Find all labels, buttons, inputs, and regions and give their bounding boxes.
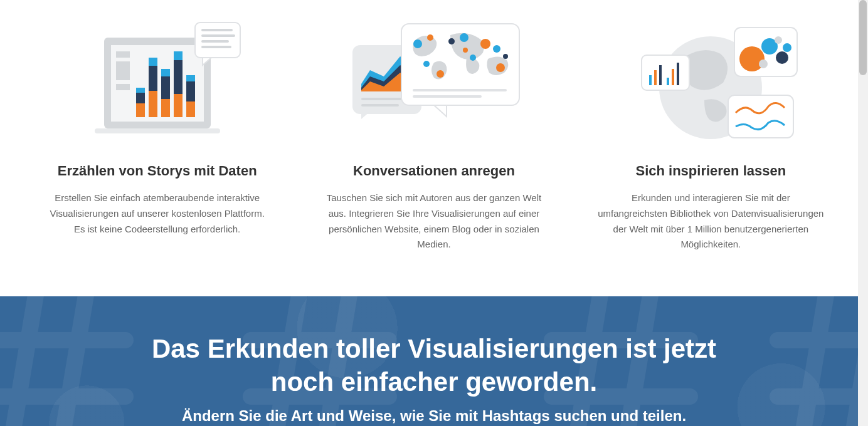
svg-rect-6 bbox=[136, 103, 145, 117]
features-row: Erzählen von Storys mit Daten Erstellen … bbox=[0, 0, 868, 296]
svg-rect-23 bbox=[201, 34, 235, 37]
svg-rect-0 bbox=[95, 128, 220, 133]
svg-point-41 bbox=[463, 48, 468, 53]
svg-rect-12 bbox=[161, 99, 170, 117]
feature-card-conversations: Konversationen anregen Tauschen Sie sich… bbox=[314, 19, 553, 252]
svg-point-39 bbox=[496, 63, 505, 72]
svg-rect-59 bbox=[728, 95, 793, 138]
illustration-globe-analytics bbox=[591, 19, 830, 144]
svg-rect-4 bbox=[116, 61, 130, 80]
svg-point-31 bbox=[427, 34, 433, 41]
svg-point-38 bbox=[493, 45, 500, 53]
svg-point-35 bbox=[460, 33, 468, 42]
svg-rect-5 bbox=[116, 84, 130, 90]
feature-title: Erzählen von Storys mit Daten bbox=[38, 163, 277, 179]
svg-rect-3 bbox=[116, 51, 130, 58]
svg-rect-10 bbox=[149, 66, 157, 91]
svg-point-30 bbox=[413, 39, 422, 48]
svg-rect-25 bbox=[201, 46, 231, 48]
scrollbar-thumb[interactable] bbox=[859, 0, 867, 75]
feature-card-storytelling: Erzählen von Storys mit Daten Erstellen … bbox=[38, 19, 277, 252]
svg-point-37 bbox=[480, 39, 490, 49]
svg-rect-47 bbox=[654, 70, 657, 85]
hashtag-banner: Das Erkunden toller Visualisierungen ist… bbox=[0, 296, 868, 426]
svg-rect-43 bbox=[413, 95, 482, 98]
svg-point-58 bbox=[783, 43, 791, 52]
svg-rect-11 bbox=[149, 58, 157, 66]
feature-title: Konversationen anregen bbox=[314, 163, 553, 179]
svg-point-55 bbox=[776, 51, 788, 64]
svg-point-36 bbox=[470, 55, 476, 61]
banner-title: Das Erkunden toller Visualisierungen ist… bbox=[120, 333, 748, 398]
svg-point-33 bbox=[437, 70, 444, 78]
svg-rect-20 bbox=[186, 75, 195, 81]
svg-rect-42 bbox=[413, 89, 507, 91]
svg-rect-22 bbox=[201, 29, 233, 31]
svg-rect-48 bbox=[659, 65, 662, 85]
svg-rect-49 bbox=[667, 78, 669, 85]
svg-rect-45 bbox=[642, 55, 689, 90]
illustration-world-map-chat bbox=[314, 19, 553, 144]
banner-subtitle: Ändern Sie die Art und Weise, wie Sie mi… bbox=[25, 407, 843, 425]
svg-rect-24 bbox=[201, 40, 229, 43]
svg-point-40 bbox=[503, 54, 508, 59]
feature-description: Erkunden und interagieren Sie mit der um… bbox=[591, 190, 830, 252]
svg-rect-18 bbox=[186, 101, 195, 117]
svg-point-56 bbox=[759, 60, 768, 68]
feature-description: Erstellen Sie einfach atemberaubende int… bbox=[38, 190, 277, 237]
svg-rect-14 bbox=[161, 69, 170, 76]
illustration-bar-chart-dashboard bbox=[38, 19, 277, 144]
svg-rect-28 bbox=[361, 104, 399, 106]
scrollbar[interactable] bbox=[858, 0, 868, 426]
feature-description: Tauschen Sie sich mit Autoren aus der ga… bbox=[314, 190, 553, 252]
svg-rect-46 bbox=[649, 75, 652, 85]
svg-rect-7 bbox=[136, 93, 145, 103]
svg-point-53 bbox=[739, 46, 765, 71]
svg-point-32 bbox=[423, 61, 430, 67]
svg-rect-9 bbox=[149, 91, 157, 117]
svg-rect-16 bbox=[174, 60, 183, 94]
svg-rect-8 bbox=[136, 88, 145, 93]
svg-rect-15 bbox=[174, 94, 183, 117]
svg-rect-13 bbox=[161, 76, 170, 99]
svg-rect-19 bbox=[186, 81, 195, 101]
svg-point-34 bbox=[448, 38, 455, 44]
svg-point-57 bbox=[775, 36, 782, 44]
feature-title: Sich inspirieren lassen bbox=[591, 163, 830, 179]
feature-card-inspiration: Sich inspirieren lassen Erkunden und int… bbox=[591, 19, 830, 252]
svg-rect-50 bbox=[672, 69, 674, 85]
svg-rect-17 bbox=[174, 51, 183, 60]
svg-rect-51 bbox=[677, 63, 679, 85]
